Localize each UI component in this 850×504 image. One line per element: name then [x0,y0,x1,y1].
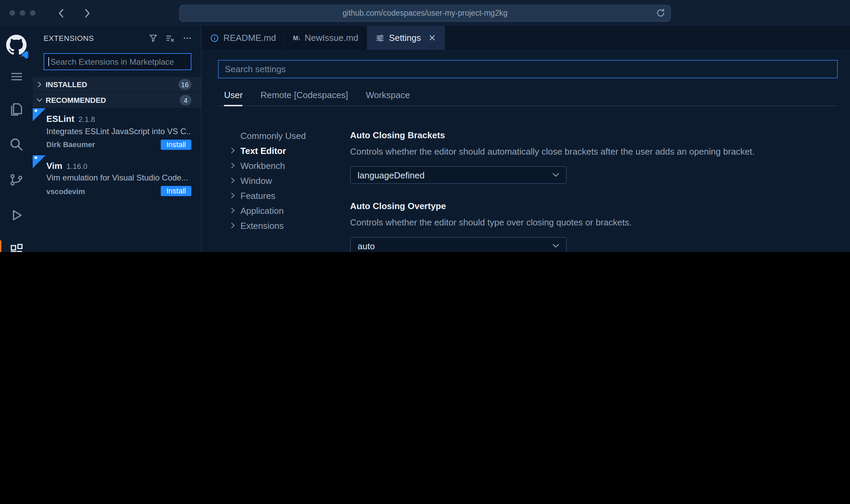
setting-title: Auto Closing Overtype [350,200,838,212]
toc-item-application[interactable]: Application [229,203,350,218]
toc-item-features[interactable]: Features [229,188,350,203]
extension-version: 1.16.0 [66,162,87,171]
extension-publisher: Dirk Baeumer [46,140,161,148]
extension-description: Integrates ESLint JavaScript into VS C..… [46,126,191,137]
chevron-right-icon [35,80,44,89]
chevron-right-icon [229,191,237,200]
tab-label: Settings [389,33,421,43]
url-text: github.com/codespaces/user-my-project-mg… [343,9,508,17]
dropdown-value: languageDefined [358,170,425,180]
window-minimize-button[interactable] [20,10,25,16]
menu-icon[interactable] [0,61,33,91]
chevron-right-icon [229,176,237,185]
extension-item-vim[interactable]: ★ Vim 1.16.0 Vim emulation for Visual St… [33,155,201,202]
run-and-debug-icon[interactable] [0,198,33,233]
section-installed[interactable]: INSTALLED 16 [33,77,201,92]
forward-icon[interactable] [81,7,93,19]
install-button[interactable]: Install [161,186,192,196]
vscode-badge-icon [20,50,29,59]
toc-item-text-editor[interactable]: Text Editor [229,143,350,158]
section-recommended[interactable]: RECOMMENDED 4 [33,93,201,108]
toc-item-workbench[interactable]: Workbench [229,158,350,173]
section-label: INSTALLED [46,80,178,89]
toc-label: Application [240,205,284,216]
scope-tab-user[interactable]: User [224,87,243,106]
setting-dropdown[interactable]: auto [350,237,567,252]
toc-item-extensions[interactable]: Extensions [229,218,350,233]
extension-item-eslint[interactable]: ★ ESLint 2.1.8 Integrates ESLint JavaScr… [33,108,201,155]
chevron-right-icon [229,161,237,170]
settings-search-placeholder: Search settings [225,64,286,74]
scope-tab-workspace[interactable]: Workspace [366,87,410,106]
toc-label: Extensions [240,220,284,231]
tab-newissue[interactable]: M↓ NewIssue.md [285,26,367,50]
toc-label: Workbench [240,160,285,171]
source-control-icon[interactable] [0,162,33,198]
browser-toolbar: github.com/codespaces/user-my-project-mg… [0,0,850,26]
setting-description: Controls whether the editor should autom… [350,146,838,158]
install-button[interactable]: Install [161,139,192,149]
count-badge: 4 [180,95,191,106]
activity-bar [0,26,33,252]
settings-toc: Commonly Used Text Editor Workbench [218,116,350,252]
chevron-right-icon [229,221,237,230]
settings-search-input[interactable]: Search settings [218,60,838,78]
setting-description: Controls whether the editor should type … [350,217,838,229]
search-icon[interactable] [0,127,33,162]
scope-tab-remote[interactable]: Remote [Codespaces] [261,87,348,106]
setting-title: Auto Closing Brackets [350,129,838,142]
toc-label: Window [240,175,272,186]
settings-editor-icon [375,33,385,43]
tab-label: NewIssue.md [305,33,359,43]
star-icon: ★ [33,154,38,160]
tab-bar: README.md M↓ NewIssue.md Settings [202,26,850,50]
extension-publisher: vscodevim [46,187,161,195]
chevron-right-icon [229,206,237,215]
chevron-down-icon [35,96,44,104]
settings-list: Auto Closing Brackets Controls whether t… [350,116,838,252]
close-icon[interactable] [428,33,437,42]
address-bar[interactable]: github.com/codespaces/user-my-project-mg… [179,4,671,21]
browser-window: github.com/codespaces/user-my-project-mg… [0,0,850,252]
text-caret [48,57,49,66]
filter-icon[interactable] [148,33,158,43]
section-label: RECOMMENDED [46,96,180,104]
chevron-down-icon [551,170,561,180]
window-zoom-button[interactable] [30,10,35,16]
extensions-sidebar: EXTENSIONS Search Extensions in Marketpl… [33,26,202,252]
extensions-icon[interactable] [0,233,33,252]
setting-row: Auto Closing Brackets Controls whether t… [350,129,838,184]
toc-label: Features [240,190,276,201]
setting-dropdown[interactable]: languageDefined [350,166,567,184]
editor-area: README.md M↓ NewIssue.md Settings [202,26,850,252]
reload-icon[interactable] [656,8,665,18]
toc-item-commonly-used[interactable]: Commonly Used [229,128,350,143]
extension-name: ESLint [46,114,74,124]
setting-row: Auto Closing Overtype Controls whether t… [350,200,838,252]
chevron-right-icon [229,146,237,155]
count-badge: 16 [178,79,191,90]
extension-name: Vim [46,160,62,171]
clear-search-results-icon[interactable] [166,33,175,43]
window-close-button[interactable] [10,10,15,16]
settings-editor: Search settings User Remote [Codespaces]… [202,50,850,252]
star-icon: ★ [33,108,38,114]
info-icon [210,33,219,43]
dropdown-value: auto [358,241,375,251]
tab-settings[interactable]: Settings [367,26,445,50]
window-controls [10,10,35,16]
explorer-icon[interactable] [0,91,33,127]
extension-version: 2.1.8 [78,115,95,124]
extensions-search-input[interactable]: Search Extensions in Marketplace [44,53,191,70]
toc-item-window[interactable]: Window [229,173,350,188]
chevron-down-icon [551,241,561,251]
github-logo [0,29,33,61]
tab-readme[interactable]: README.md [202,26,285,50]
markdown-icon: M↓ [293,34,301,41]
toc-label: Text Editor [240,145,286,156]
settings-scope-tabs: User Remote [Codespaces] Workspace [218,87,838,106]
tab-label: README.md [223,33,276,43]
back-icon[interactable] [56,7,67,19]
more-actions-icon[interactable] [183,33,192,43]
toc-label: Commonly Used [240,130,306,141]
